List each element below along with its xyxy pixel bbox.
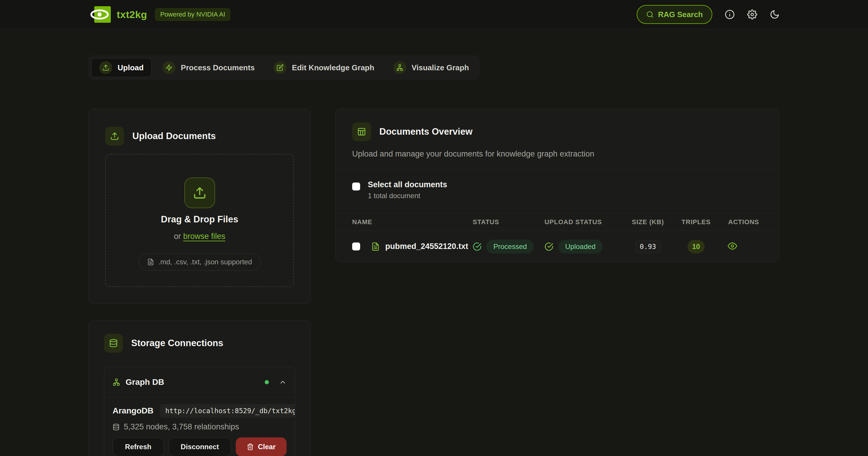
clear-button[interactable]: Clear: [236, 437, 286, 456]
view-document-button[interactable]: [728, 241, 737, 251]
dropzone-or-text: or: [174, 232, 181, 241]
database-icon: [104, 334, 123, 353]
upload-status-badge: Uploaded: [558, 239, 603, 254]
file-dropzone[interactable]: Drag & Drop Files or browse files .md, .…: [105, 154, 294, 287]
row-checkbox[interactable]: [352, 242, 360, 251]
column-header-name: NAME: [352, 218, 473, 226]
file-text-icon: [371, 242, 380, 251]
graph-db-stats: 5,325 nodes, 3,758 relationships: [113, 422, 286, 431]
moon-icon: [770, 9, 780, 20]
tab-edit-knowledge-graph-label: Edit Knowledge Graph: [292, 63, 374, 72]
graph-db-section-header[interactable]: Graph DB: [104, 367, 295, 397]
gear-icon: [747, 9, 757, 20]
clear-button-label: Clear: [258, 443, 276, 451]
tab-upload-label: Upload: [118, 63, 144, 72]
settings-button[interactable]: [747, 9, 757, 20]
status-badge: Processed: [486, 239, 534, 254]
tab-visualize-graph-label: Visualize Graph: [411, 63, 469, 72]
browse-files-link[interactable]: browse files: [183, 232, 225, 241]
overview-card-title: Documents Overview: [379, 126, 472, 137]
chevron-up-icon: [279, 378, 286, 386]
disconnect-button[interactable]: Disconnect: [169, 437, 231, 456]
supported-formats-label: .md, .csv, .txt, .json supported: [158, 258, 252, 266]
graph-db-url: http://localhost:8529/_db/txt2kg: [160, 404, 295, 418]
table-row: pubmed_24552120.txt Processed Uploaded: [336, 231, 779, 262]
rag-search-button[interactable]: RAG Search: [637, 5, 712, 24]
nvidia-logo-icon: [88, 6, 111, 23]
upload-icon: [99, 61, 112, 74]
column-header-status: STATUS: [473, 218, 545, 226]
header-actions: RAG Search: [637, 5, 780, 24]
graph-db-stats-label: 5,325 nodes, 3,758 relationships: [124, 422, 239, 431]
check-circle-icon: [545, 242, 553, 251]
column-header-size: SIZE (KB): [628, 218, 668, 226]
storage-card-title: Storage Connections: [131, 338, 223, 349]
upload-icon: [105, 127, 124, 145]
document-name: pubmed_24552120.txt: [385, 242, 468, 251]
triples-count-badge: 10: [687, 240, 705, 253]
app-header: txt2kg Powered by NVIDIA AI RAG Search: [0, 0, 868, 29]
storage-accordion: Graph DB ArangoDB http://lo: [104, 367, 295, 456]
powered-by-badge: Powered by NVIDIA AI: [155, 8, 230, 21]
overview-subtitle: Upload and manage your documents for kno…: [352, 150, 763, 159]
tab-upload[interactable]: Upload: [91, 58, 152, 77]
main-tabbar: Upload Process Documents Edit Knowledge …: [88, 55, 480, 80]
table-header-row: NAME STATUS UPLOAD STATUS SIZE (KB) TRIP…: [336, 213, 779, 231]
brand: txt2kg Powered by NVIDIA AI: [88, 6, 230, 23]
rag-search-label: RAG Search: [658, 10, 703, 19]
left-column: Upload Documents Drag & Drop Files or br…: [88, 109, 311, 456]
storage-connections-card: Storage Connections Graph DB: [88, 320, 311, 456]
info-icon: [725, 9, 735, 20]
graph-db-details: ArangoDB http://localhost:8529/_db/txt2k…: [104, 397, 295, 456]
select-all-row: Select all documents 1 total document: [336, 169, 779, 213]
upload-documents-card: Upload Documents Drag & Drop Files or br…: [88, 109, 311, 304]
graph-network-icon: [113, 378, 120, 386]
select-all-label: Select all documents: [368, 180, 447, 189]
graph-network-icon: [393, 61, 406, 74]
dropzone-title: Drag & Drop Files: [161, 214, 239, 225]
tab-process-documents-label: Process Documents: [181, 63, 255, 72]
info-button[interactable]: [725, 9, 735, 20]
file-icon: [147, 258, 154, 265]
dark-mode-toggle[interactable]: [770, 9, 780, 20]
column-header-upload-status: UPLOAD STATUS: [545, 218, 628, 226]
app-root: txt2kg Powered by NVIDIA AI RAG Search: [0, 0, 868, 456]
dropzone-subtitle: or browse files: [174, 232, 225, 241]
size-value: 0.93: [635, 240, 660, 253]
table-icon: [352, 122, 371, 141]
app-title: txt2kg: [117, 9, 147, 21]
check-circle-icon: [473, 242, 482, 251]
tab-visualize-graph[interactable]: Visualize Graph: [385, 58, 477, 77]
eye-icon: [728, 241, 737, 251]
graph-db-connected-dot: [265, 380, 269, 384]
upload-icon: [184, 177, 215, 208]
documents-overview-card: Documents Overview Upload and manage you…: [335, 109, 779, 262]
trash-icon: [247, 443, 254, 450]
supported-formats-pill: .md, .csv, .txt, .json supported: [138, 253, 260, 270]
database-icon: [113, 424, 120, 431]
tab-process-documents[interactable]: Process Documents: [155, 58, 262, 77]
search-icon: [646, 11, 654, 18]
zap-icon: [162, 61, 176, 74]
upload-card-title: Upload Documents: [132, 131, 216, 141]
edit-icon: [274, 61, 286, 74]
column-header-triples: TRIPLES: [668, 218, 725, 226]
select-all-checkbox[interactable]: [352, 183, 360, 191]
column-header-actions: ACTIONS: [725, 218, 763, 226]
graph-db-label: Graph DB: [126, 378, 164, 387]
tab-edit-knowledge-graph[interactable]: Edit Knowledge Graph: [266, 58, 382, 77]
total-documents-label: 1 total document: [368, 192, 447, 200]
graph-db-provider: ArangoDB: [113, 406, 153, 416]
refresh-button[interactable]: Refresh: [113, 437, 164, 456]
